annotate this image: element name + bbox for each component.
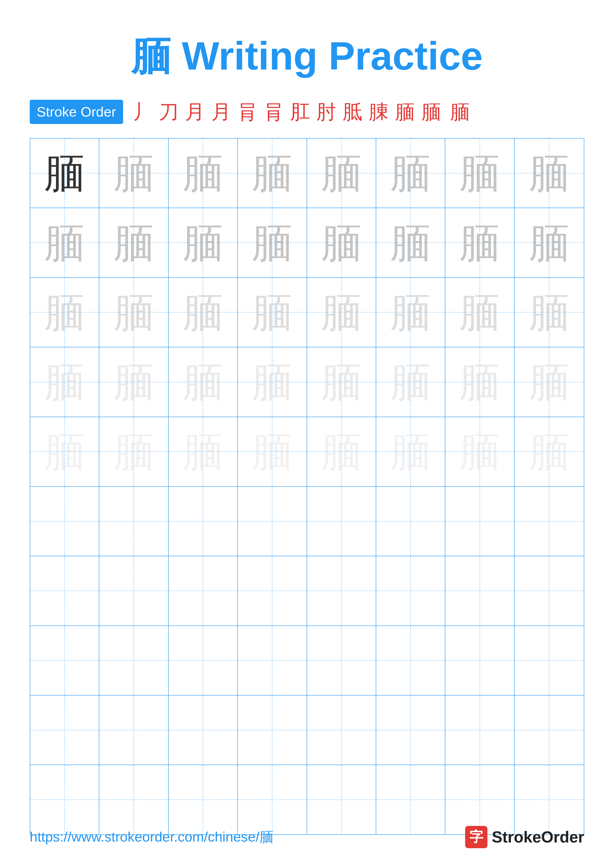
grid-cell[interactable]: 腼: [307, 139, 376, 208]
grid-cell[interactable]: 腼: [376, 139, 445, 208]
grid-cell[interactable]: 腼: [515, 417, 584, 486]
practice-char: 腼: [183, 292, 224, 333]
practice-char: 腼: [459, 222, 500, 263]
grid-cell[interactable]: [238, 487, 307, 556]
grid-cell[interactable]: [99, 487, 168, 556]
grid-cell[interactable]: [238, 626, 307, 695]
grid-cell[interactable]: 腼: [30, 208, 99, 277]
grid-cell[interactable]: [30, 626, 99, 695]
grid-cell[interactable]: [307, 765, 376, 834]
grid-cell[interactable]: 腼: [445, 278, 515, 347]
grid-cell[interactable]: 腼: [307, 417, 376, 486]
grid-cell[interactable]: [515, 556, 584, 625]
grid-cell[interactable]: 腼: [376, 347, 445, 417]
grid-cell[interactable]: 腼: [30, 347, 99, 417]
grid-cell[interactable]: [445, 696, 515, 764]
grid-cell[interactable]: [515, 696, 584, 764]
grid-cell[interactable]: 腼: [99, 139, 168, 208]
grid-cell[interactable]: [445, 765, 515, 834]
grid-cell[interactable]: 腼: [515, 347, 584, 417]
grid-cell[interactable]: 腼: [99, 208, 168, 277]
grid-cell[interactable]: [169, 556, 238, 625]
grid-cell[interactable]: 腼: [99, 347, 168, 417]
grid-cell[interactable]: [30, 487, 99, 556]
grid-cell[interactable]: 腼: [515, 139, 584, 208]
grid-cell[interactable]: [238, 696, 307, 764]
grid-cell[interactable]: 腼: [169, 417, 238, 486]
grid-cell[interactable]: 腼: [238, 139, 307, 208]
grid-cell[interactable]: 腼: [30, 417, 99, 486]
grid-cell[interactable]: [515, 626, 584, 695]
practice-char: 腼: [183, 153, 224, 194]
practice-char: 腼: [44, 361, 85, 402]
practice-char: 腼: [390, 292, 431, 333]
grid-cell[interactable]: 腼: [238, 278, 307, 347]
grid-cell[interactable]: [376, 765, 445, 834]
grid-cell[interactable]: 腼: [169, 208, 238, 277]
grid-cell[interactable]: [307, 487, 376, 556]
practice-char: 腼: [44, 153, 85, 194]
grid-row-10: [30, 765, 584, 834]
grid-cell[interactable]: 腼: [376, 417, 445, 486]
grid-cell[interactable]: [30, 696, 99, 764]
grid-cell[interactable]: [376, 556, 445, 625]
grid-cell[interactable]: [307, 696, 376, 764]
practice-char: 腼: [113, 431, 154, 472]
grid-cell[interactable]: [445, 487, 515, 556]
practice-char: 腼: [183, 222, 224, 263]
grid-cell[interactable]: 腼: [307, 278, 376, 347]
grid-cell[interactable]: [99, 556, 168, 625]
grid-cell[interactable]: 腼: [99, 417, 168, 486]
grid-cell[interactable]: [99, 696, 168, 764]
grid-cell[interactable]: 腼: [376, 278, 445, 347]
stroke-char-8: 肘: [316, 98, 336, 126]
grid-row-6: [30, 487, 584, 556]
grid-cell[interactable]: [99, 765, 168, 834]
grid-cell[interactable]: 腼: [445, 139, 515, 208]
grid-cell[interactable]: 腼: [445, 208, 515, 277]
grid-cell[interactable]: [515, 487, 584, 556]
grid-cell[interactable]: 腼: [238, 347, 307, 417]
practice-char: 腼: [183, 361, 224, 402]
grid-cell[interactable]: [169, 626, 238, 695]
grid-cell[interactable]: [238, 765, 307, 834]
grid-cell[interactable]: 腼: [515, 208, 584, 277]
grid-cell[interactable]: 腼: [169, 139, 238, 208]
footer-url[interactable]: https://www.strokeorder.com/chinese/腼: [30, 828, 274, 846]
grid-cell[interactable]: [30, 556, 99, 625]
grid-cell[interactable]: [169, 765, 238, 834]
grid-cell[interactable]: [169, 487, 238, 556]
grid-cell[interactable]: 腼: [307, 208, 376, 277]
grid-cell[interactable]: [169, 696, 238, 764]
grid-cell[interactable]: 腼: [30, 139, 99, 208]
grid-cell[interactable]: 腼: [445, 347, 515, 417]
grid-cell[interactable]: [238, 556, 307, 625]
stroke-char-9: 胝: [342, 98, 362, 126]
grid-cell[interactable]: [376, 487, 445, 556]
grid-cell[interactable]: [99, 626, 168, 695]
grid-cell[interactable]: 腼: [376, 208, 445, 277]
grid-cell[interactable]: [376, 626, 445, 695]
practice-char: 腼: [113, 222, 154, 263]
grid-cell[interactable]: 腼: [307, 347, 376, 417]
grid-cell[interactable]: 腼: [169, 347, 238, 417]
grid-cell[interactable]: [307, 556, 376, 625]
grid-cell[interactable]: 腼: [238, 208, 307, 277]
grid-cell[interactable]: 腼: [515, 278, 584, 347]
practice-char: 腼: [252, 222, 292, 263]
grid-cell[interactable]: 腼: [99, 278, 168, 347]
grid-cell[interactable]: 腼: [238, 417, 307, 486]
grid-cell[interactable]: 腼: [169, 278, 238, 347]
grid-row-2: 腼 腼 腼 腼 腼 腼 腼 腼: [30, 208, 584, 277]
grid-cell[interactable]: [30, 765, 99, 834]
practice-char: 腼: [113, 292, 154, 333]
practice-char: 腼: [390, 431, 431, 472]
practice-char: 腼: [252, 292, 292, 333]
grid-cell[interactable]: 腼: [30, 278, 99, 347]
grid-cell[interactable]: [515, 765, 584, 834]
grid-cell[interactable]: [445, 626, 515, 695]
grid-cell[interactable]: [307, 626, 376, 695]
grid-cell[interactable]: [376, 696, 445, 764]
grid-cell[interactable]: 腼: [445, 417, 515, 486]
grid-cell[interactable]: [445, 556, 515, 625]
